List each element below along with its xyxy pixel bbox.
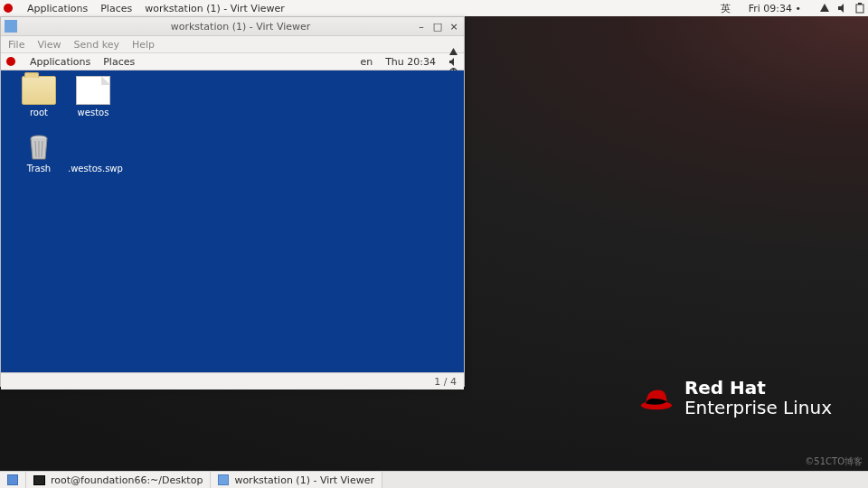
show-desktop-button[interactable] xyxy=(0,472,26,488)
guest-desktop[interactable]: root westos Trash .westos.swp xyxy=(1,70,464,372)
menu-file[interactable]: File xyxy=(8,39,24,51)
host-tray[interactable] xyxy=(819,3,864,14)
desktop-icon-root[interactable]: root xyxy=(14,76,64,117)
taskbar-item-terminal[interactable]: root@foundation66:~/Desktop xyxy=(26,472,211,488)
desktop-icon-westos[interactable]: westos xyxy=(68,76,118,117)
network-icon[interactable] xyxy=(448,47,458,57)
menu-help[interactable]: Help xyxy=(132,39,155,51)
host-menu-applications[interactable]: Applications xyxy=(27,3,88,14)
folder-icon xyxy=(22,76,56,105)
guest-top-panel: Applications Places en Thu 20:34 xyxy=(1,53,464,70)
redhat-fedora-icon xyxy=(639,384,674,411)
watermark: ©51CTO博客 xyxy=(805,455,863,468)
icon-label: Trash xyxy=(14,164,64,174)
window-title: workstation (1) - Virt Viewer xyxy=(21,21,460,33)
volume-icon[interactable] xyxy=(448,57,458,67)
svg-rect-1 xyxy=(858,3,862,5)
taskbar-label: root@foundation66:~/Desktop xyxy=(51,474,203,486)
guest-menu-applications[interactable]: Applications xyxy=(30,56,90,68)
trash-icon xyxy=(23,134,55,161)
desktop-icon-swp[interactable]: .westos.swp xyxy=(68,134,118,174)
blank-icon xyxy=(77,134,109,161)
redhat-branding: Red Hat Enterprise Linux xyxy=(639,378,832,418)
virt-viewer-window: workstation (1) - Virt Viewer – □ × File… xyxy=(0,16,465,387)
svg-rect-2 xyxy=(5,20,17,33)
host-desktop: workstation (1) - Virt Viewer – □ × File… xyxy=(0,16,868,472)
network-icon[interactable] xyxy=(819,3,830,14)
minimize-button[interactable]: – xyxy=(417,22,426,31)
guest-clock[interactable]: Thu 20:34 xyxy=(385,56,436,68)
icon-label: .westos.swp xyxy=(68,164,118,174)
icon-label: westos xyxy=(68,108,118,117)
app-icon xyxy=(5,20,17,33)
battery-icon[interactable] xyxy=(855,3,864,14)
menu-view[interactable]: View xyxy=(37,39,61,51)
maximize-button[interactable]: □ xyxy=(433,22,442,31)
guest-lang-indicator[interactable]: en xyxy=(360,56,373,68)
virt-viewer-status-bar: 1 / 4 xyxy=(1,372,464,389)
virt-viewer-menubar: File View Send key Help xyxy=(1,36,464,53)
host-menu-places[interactable]: Places xyxy=(100,3,132,14)
desktop-icon-trash[interactable]: Trash xyxy=(14,134,64,174)
taskbar-item-virt-viewer[interactable]: workstation (1) - Virt Viewer xyxy=(211,472,382,488)
host-taskbar: root@foundation66:~/Desktop workstation … xyxy=(0,471,868,488)
ime-indicator[interactable]: 英 xyxy=(721,2,731,15)
brand-line2: Enterprise Linux xyxy=(684,398,832,418)
host-menu-window[interactable]: workstation (1) - Virt Viewer xyxy=(145,3,285,14)
redhat-logo-icon xyxy=(6,57,15,66)
host-clock[interactable]: Fri 09:34 • xyxy=(749,3,801,14)
menu-send-key[interactable]: Send key xyxy=(74,39,119,51)
terminal-icon xyxy=(33,475,45,485)
volume-icon[interactable] xyxy=(837,3,848,14)
document-icon xyxy=(76,76,110,105)
window-titlebar[interactable]: workstation (1) - Virt Viewer – □ × xyxy=(1,17,464,36)
host-top-panel: Applications Places workstation (1) - Vi… xyxy=(0,0,868,17)
app-icon xyxy=(218,474,229,485)
guest-menu-places[interactable]: Places xyxy=(103,56,135,68)
icon-label: root xyxy=(14,108,64,117)
taskbar-label: workstation (1) - Virt Viewer xyxy=(234,474,374,486)
close-button[interactable]: × xyxy=(449,22,458,31)
show-desktop-icon xyxy=(7,474,18,485)
redhat-logo-icon xyxy=(4,4,13,13)
svg-rect-0 xyxy=(856,5,863,13)
display-counter: 1 / 4 xyxy=(434,376,457,388)
brand-line1: Red Hat xyxy=(684,378,832,398)
